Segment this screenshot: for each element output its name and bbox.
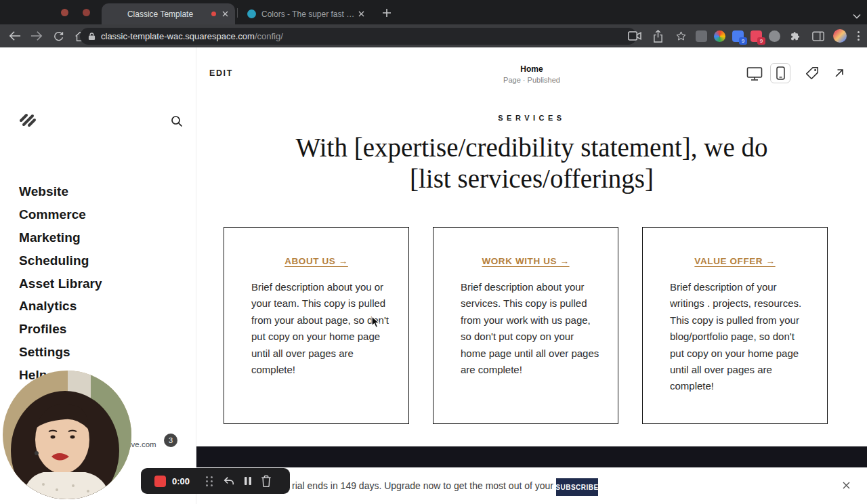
editor-panel: EDIT Home Page · Published SERVICES With…	[196, 47, 867, 504]
lock-icon	[88, 32, 96, 41]
value-card-body: Brief description of your writings . pro…	[670, 279, 809, 395]
notification-text-fragment: ive.com	[129, 440, 156, 448]
value-offer-link[interactable]: VALUE OFFER →	[643, 256, 827, 266]
plus-icon	[382, 8, 392, 18]
pinned-tab-icon[interactable]	[61, 9, 68, 16]
about-us-link[interactable]: ABOUT US →	[224, 256, 408, 266]
page-title-block[interactable]: Home Page · Published	[196, 64, 867, 84]
tab-colors[interactable]: Colors - The super fast color	[239, 3, 371, 24]
tab-recording-dot-icon	[211, 12, 216, 16]
back-icon[interactable]	[7, 28, 23, 44]
sidebar-item-analytics[interactable]: Analytics	[19, 295, 102, 318]
hero-heading-line2: [list services/offerings]	[196, 163, 867, 194]
work-card-body: Brief description about your services. T…	[461, 279, 600, 378]
pause-icon[interactable]	[244, 476, 252, 486]
site-styles-tag-icon[interactable]	[805, 66, 820, 83]
url-host: classic-template-wac.squarespace.com	[101, 31, 255, 41]
trial-banner: rial ends in 149 days. Upgrade now to ge…	[196, 467, 867, 504]
recording-timer: 0:00	[172, 476, 194, 486]
extension-icon[interactable]	[769, 30, 780, 42]
notification-count-badge[interactable]: 3	[164, 434, 177, 447]
sidebar-item-profiles[interactable]: Profiles	[19, 318, 102, 341]
reload-icon[interactable]	[50, 28, 66, 44]
share-icon[interactable]	[650, 28, 666, 44]
page-status: Page · Published	[196, 76, 867, 84]
tab-divider	[237, 8, 238, 18]
stop-recording-button[interactable]	[154, 476, 166, 487]
search-icon[interactable]	[170, 114, 184, 128]
tab-close-icon[interactable]	[219, 9, 230, 20]
tab-title: Classice Template	[102, 9, 209, 19]
work-with-us-link[interactable]: WORK WITH US →	[434, 256, 618, 266]
sidebar-item-asset-library[interactable]: Asset Library	[19, 272, 102, 295]
tab-favicon-icon	[247, 9, 256, 18]
webcam-video-bubble[interactable]	[3, 371, 131, 499]
sidebar-item-scheduling[interactable]: Scheduling	[19, 249, 102, 272]
url-bar[interactable]: classic-template-wac.squarespace.com/con…	[80, 28, 637, 45]
about-card-body: Brief description about you or your team…	[251, 279, 391, 378]
camera-icon[interactable]	[627, 28, 643, 44]
section-eyebrow: SERVICES	[196, 114, 867, 122]
sidebar-menu: Website Commerce Marketing Scheduling As…	[19, 180, 102, 387]
banner-close-icon[interactable]	[839, 478, 853, 492]
site-footer-strip	[196, 446, 867, 467]
desktop-preview-icon[interactable]	[746, 66, 763, 84]
pinned-tab-icon[interactable]	[83, 9, 90, 16]
extension-icon[interactable]	[696, 30, 707, 42]
extension-badge: 9	[739, 37, 747, 45]
new-tab-button[interactable]	[379, 5, 394, 20]
sidebar-item-website[interactable]: Website	[19, 180, 102, 203]
extension-icon[interactable]: 9	[732, 30, 744, 42]
open-preview-arrow-icon[interactable]	[833, 67, 845, 82]
page-title: Home	[196, 64, 867, 74]
extension-icon[interactable]	[714, 30, 725, 42]
browser-toolbar: classic-template-wac.squarespace.com/con…	[0, 24, 867, 47]
browser-tab-strip: Classice Template Colors - The super fas…	[0, 0, 867, 24]
tab-title: Colors - The super fast color	[261, 9, 356, 19]
mobile-preview-icon[interactable]	[770, 63, 790, 83]
subscribe-button[interactable]: SUBSCRIBE	[556, 478, 598, 496]
tab-close-icon[interactable]	[356, 9, 366, 20]
mouse-cursor	[371, 316, 383, 332]
recording-control-bar: 0:00	[141, 468, 290, 494]
extension-icon[interactable]: 9	[750, 30, 762, 42]
screen: Classice Template Colors - The super fas…	[0, 0, 867, 504]
sidebar-item-commerce[interactable]: Commerce	[19, 203, 102, 226]
extensions-puzzle-icon[interactable]	[787, 28, 803, 44]
profile-avatar[interactable]	[833, 29, 847, 43]
tab-classice-template[interactable]: Classice Template	[102, 3, 235, 24]
webcam-portrait	[3, 371, 131, 499]
hero-heading: With [expertise/credibility statement], …	[196, 132, 867, 194]
undo-icon[interactable]	[223, 476, 235, 486]
url-path: /config/	[255, 31, 283, 41]
side-panel-icon[interactable]	[810, 28, 826, 44]
sidebar-item-marketing[interactable]: Marketing	[19, 226, 102, 249]
trash-icon[interactable]	[261, 475, 272, 487]
extension-badge: 9	[757, 37, 765, 45]
browser-menu-icon[interactable]	[853, 31, 863, 41]
trial-banner-text: rial ends in 149 days. Upgrade now to ge…	[292, 480, 574, 491]
sidebar-item-settings[interactable]: Settings	[19, 341, 102, 364]
work-with-us-card: WORK WITH US → Brief description about y…	[433, 227, 618, 424]
value-offer-card: VALUE OFFER → Brief description of your …	[642, 227, 828, 424]
drag-handle-icon[interactable]	[206, 476, 214, 486]
forward-icon[interactable]	[28, 28, 45, 44]
url-text: classic-template-wac.squarespace.com/con…	[101, 31, 283, 41]
bookmark-star-icon[interactable]	[673, 28, 689, 44]
hero-heading-line1: With [expertise/credibility statement], …	[196, 132, 867, 163]
squarespace-logo[interactable]	[18, 111, 38, 132]
tab-search-chevron-icon[interactable]	[853, 9, 861, 22]
